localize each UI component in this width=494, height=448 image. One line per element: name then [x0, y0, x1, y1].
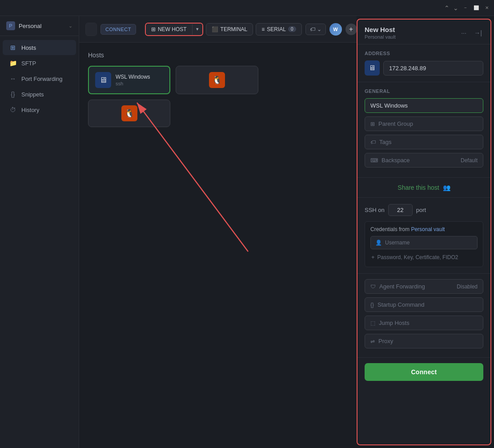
- ssh-port-input[interactable]: [388, 204, 413, 216]
- ssh-row: SSH on port: [365, 204, 483, 216]
- general-section: General ⊞ Parent Group 🏷 Tags ⌨ Backspac…: [357, 82, 490, 178]
- new-host-icon: ⊞: [151, 26, 156, 32]
- share-link[interactable]: Share this host 👥: [365, 184, 483, 191]
- serial-button[interactable]: ≡ SERIAL 0: [256, 23, 301, 36]
- agent-forwarding-text: Agent Forwarding: [379, 283, 453, 290]
- startup-command-text: Startup Command: [378, 301, 478, 308]
- toolbar: CONNECT ⊞ NEW HOST ▾ ⬛ TERMINAL ≡: [79, 16, 357, 43]
- general-section-title: General: [365, 88, 483, 94]
- ssh-section: SSH on port Credentials from Personal va…: [357, 198, 490, 274]
- workspace-selector[interactable]: P Personal ⌄: [0, 16, 79, 36]
- add-auth-row[interactable]: + Password, Key, Certificate, FIDO2: [370, 252, 478, 262]
- address-section: Address 🖥: [357, 44, 490, 82]
- panel-more-button[interactable]: ···: [458, 28, 469, 38]
- tags-text: Tags: [379, 139, 478, 145]
- startup-command-icon: {}: [370, 302, 374, 308]
- sftp-icon: 📁: [9, 60, 17, 67]
- terminal-button[interactable]: ⬛ TERMINAL: [206, 23, 253, 36]
- main-content: CONNECT ⊞ NEW HOST ▾ ⬛ TERMINAL ≡: [79, 16, 357, 448]
- ssh-on-label: SSH on: [365, 207, 385, 213]
- share-label: Share this host: [398, 184, 439, 191]
- sidebar-item-snippets[interactable]: {} Snippets: [3, 87, 76, 102]
- agent-forwarding-value: Disabled: [457, 284, 478, 290]
- backspace-text: Backspace: [382, 157, 457, 164]
- username-text: Username: [385, 240, 410, 246]
- tags-row[interactable]: 🏷 Tags: [365, 135, 483, 149]
- parent-group-row[interactable]: ⊞ Parent Group: [365, 116, 483, 131]
- sidebar-item-history[interactable]: ⏱ History: [3, 102, 76, 117]
- share-icon: 👥: [443, 184, 450, 191]
- agent-forwarding-icon: 🛡: [370, 284, 376, 290]
- tag-icon: 🏷: [310, 26, 315, 32]
- startup-command-row[interactable]: {} Startup Command: [365, 297, 483, 312]
- hosts-icon: ⊞: [9, 44, 17, 51]
- host-card-icon-ubuntu2: 🐧: [121, 105, 137, 121]
- jump-hosts-icon: ⬚: [370, 320, 375, 326]
- workspace-chevron-icon: ⌄: [68, 23, 72, 29]
- options-section: 🛡 Agent Forwarding Disabled {} Startup C…: [357, 274, 490, 358]
- toolbar-actions: ⊞ NEW HOST ▾ ⬛ TERMINAL ≡ SERIAL 0: [145, 23, 302, 36]
- sidebar-item-snippets-label: Snippets: [21, 91, 44, 98]
- address-input[interactable]: [383, 61, 483, 76]
- share-section[interactable]: Share this host 👥: [357, 178, 490, 198]
- sidebar-item-hosts-label: Hosts: [21, 44, 36, 51]
- avatar[interactable]: W: [329, 23, 342, 36]
- panel-header-info: New Host Personal vault: [365, 26, 458, 40]
- add-button[interactable]: +: [345, 24, 357, 35]
- panel-body: Address 🖥 General ⊞ Parent Group 🏷 Tags: [357, 44, 490, 444]
- tags-icon: 🏷: [370, 139, 376, 145]
- jump-hosts-row[interactable]: ⬚ Jump Hosts: [365, 316, 483, 330]
- ssh-port-label: port: [416, 207, 426, 213]
- right-panel: New Host Personal vault ··· →| Address 🖥…: [357, 19, 491, 445]
- panel-pin-button[interactable]: →|: [473, 28, 483, 38]
- close-button[interactable]: ✕: [483, 4, 490, 12]
- sidebar-item-port-forwarding-label: Port Forwarding: [21, 76, 62, 82]
- backspace-icon: ⌨: [370, 157, 378, 164]
- tag-button[interactable]: 🏷 ⌄: [305, 24, 326, 35]
- serial-icon: ≡: [261, 26, 265, 32]
- panel-title: New Host: [365, 26, 458, 33]
- host-name-input[interactable]: [365, 98, 483, 113]
- agent-forwarding-row[interactable]: 🛡 Agent Forwarding Disabled: [365, 279, 483, 294]
- panel-header: New Host Personal vault ··· →|: [357, 20, 490, 44]
- hosts-grid: 🖥 WSL Windows ssh 🐧 🐧: [88, 66, 346, 127]
- proxy-row[interactable]: ⇌ Proxy: [365, 334, 483, 348]
- jump-hosts-text: Jump Hosts: [379, 320, 478, 326]
- panel-subtitle: Personal vault: [365, 34, 458, 40]
- titlebar-chevron-up[interactable]: ⌃: [444, 4, 450, 12]
- serial-badge: 0: [288, 26, 296, 32]
- connect-full-button[interactable]: Connect: [365, 363, 483, 381]
- new-host-group: ⊞ NEW HOST ▾: [145, 23, 203, 36]
- sidebar: P Personal ⌄ ⊞ Hosts 📁 SFTP ↔ Port Forwa…: [0, 16, 79, 448]
- workspace-label: Personal: [19, 23, 65, 29]
- new-host-dropdown-button[interactable]: ▾: [193, 24, 202, 35]
- new-host-button[interactable]: ⊞ NEW HOST: [146, 24, 192, 35]
- snippets-icon: {}: [9, 91, 17, 98]
- host-card-name-wsl: WSL Windows: [116, 74, 163, 80]
- maximize-button[interactable]: ⬜: [473, 4, 480, 12]
- titlebar-chevron-down[interactable]: ⌄: [453, 4, 458, 12]
- host-card-ubuntu-2-container: 🐧: [88, 100, 170, 127]
- workspace-icon: P: [6, 21, 15, 30]
- host-card-wsl-windows[interactable]: 🖥 WSL Windows ssh: [88, 66, 170, 94]
- host-card-ubuntu-1[interactable]: 🐧: [176, 66, 258, 94]
- connect-section: Connect: [357, 358, 490, 386]
- backspace-row[interactable]: ⌨ Backspace Default: [365, 153, 483, 168]
- username-icon: 👤: [375, 240, 382, 246]
- new-host-label: NEW HOST: [158, 26, 187, 32]
- username-row[interactable]: 👤 Username: [370, 236, 478, 249]
- connect-button[interactable]: CONNECT: [100, 24, 136, 35]
- hosts-area: Hosts 🖥 WSL Windows ssh 🐧 🐧: [79, 43, 357, 448]
- host-card-ubuntu-2[interactable]: 🐧: [88, 100, 170, 127]
- terminal-icon: ⬛: [212, 26, 218, 32]
- app-container: P Personal ⌄ ⊞ Hosts 📁 SFTP ↔ Port Forwa…: [0, 16, 494, 448]
- sidebar-item-sftp[interactable]: 📁 SFTP: [3, 56, 76, 71]
- search-input[interactable]: [85, 23, 97, 36]
- sidebar-item-hosts[interactable]: ⊞ Hosts: [3, 40, 76, 55]
- port-forwarding-icon: ↔: [9, 75, 17, 82]
- minimize-button[interactable]: −: [462, 4, 469, 12]
- credentials-from-label: Credentials from: [370, 226, 410, 232]
- proxy-icon: ⇌: [370, 338, 375, 344]
- sidebar-item-port-forwarding[interactable]: ↔ Port Forwarding: [3, 71, 76, 86]
- parent-group-text: Parent Group: [378, 120, 478, 127]
